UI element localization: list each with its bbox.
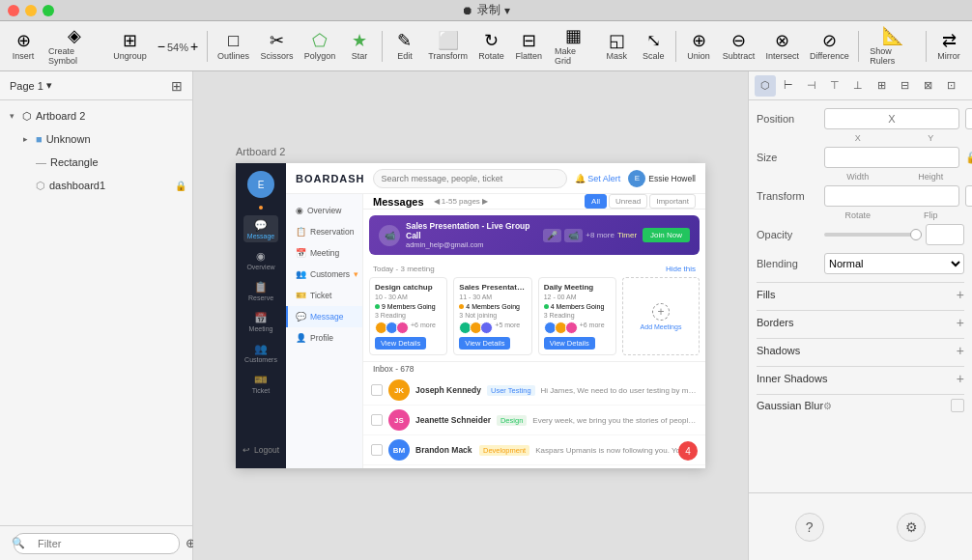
lock-size-icon[interactable]: 🔒 <box>965 151 972 164</box>
bs-nav-customers[interactable]: 👥 Customers <box>243 339 278 366</box>
filter-input[interactable] <box>14 533 180 554</box>
shadows-add-icon[interactable]: + <box>957 343 964 358</box>
toolbar-union[interactable]: ⊕ Union <box>681 29 716 64</box>
toolbar-mask[interactable]: ◱ Mask <box>599 29 634 64</box>
bs-logout[interactable]: ↩ Logout <box>236 439 287 461</box>
bs-nav-ticket[interactable]: 🎫 Ticket <box>243 370 278 397</box>
page-title[interactable]: Page 1 ▾ <box>10 79 52 92</box>
toolbar-edit[interactable]: ✎ Edit <box>387 29 422 64</box>
bs-hide-label[interactable]: Hide this <box>666 265 696 273</box>
toolbar-mirror[interactable]: ⇄ Mirror <box>931 29 966 64</box>
y-input[interactable] <box>965 108 972 129</box>
bs-check-0[interactable] <box>371 384 383 396</box>
bs-nav-li-customers[interactable]: 👥Customers ▾ <box>286 264 362 285</box>
bs-nav-message[interactable]: 💬 Message <box>243 215 278 242</box>
close-button[interactable] <box>8 5 19 16</box>
bs-meeting-card-1[interactable]: Sales Presentation 11 - 30 AM 4 Members … <box>453 277 531 355</box>
toolbar-rotate[interactable]: ↻ Rotate <box>473 29 508 64</box>
rt-select-btn[interactable]: ⬡ <box>755 75 776 97</box>
toolbar-zoom[interactable]: − 54% + <box>153 37 202 56</box>
rt-align-left-btn[interactable]: ⊢ <box>778 75 799 97</box>
opacity-value[interactable] <box>926 224 964 245</box>
toolbar-outlines[interactable]: □ Outlines <box>213 29 253 64</box>
layer-item-artboard2[interactable]: ▾ ⬡ Artboard 2 <box>0 104 192 127</box>
toolbar-flatten[interactable]: ⊟ Flatten <box>511 29 547 64</box>
bs-view-btn-2[interactable]: View Details <box>544 337 595 350</box>
page-dropdown-icon[interactable]: ▾ <box>46 79 52 92</box>
inner-shadows-add-icon[interactable]: + <box>957 371 964 386</box>
flip-h-btn[interactable]: ⇔ <box>965 185 972 207</box>
toolbar-difference[interactable]: ⊘ Difference <box>806 29 854 64</box>
bs-inbox-item-0[interactable]: JK Joseph Kennedy User Testing Hi James,… <box>363 376 705 406</box>
bs-view-btn-0[interactable]: View Details <box>375 337 426 350</box>
bs-check-2[interactable] <box>371 444 383 456</box>
canvas[interactable]: Artboard 2 E 💬 Message ◉ Overvie <box>193 71 748 560</box>
toolbar-make-grid[interactable]: ▦ Make Grid <box>549 24 597 69</box>
borders-add-icon[interactable]: + <box>957 315 964 330</box>
toolbar-ungroup[interactable]: ⊞ Ungroup <box>109 29 152 64</box>
gaussian-blur-settings-icon[interactable]: ⚙ <box>823 401 832 411</box>
layer-item-dashboard1[interactable]: ▸ ⬡ dashboard1 🔒 <box>0 174 192 197</box>
bs-tab-unread[interactable]: Unread <box>609 194 647 209</box>
rt-align-bottom-btn[interactable]: ⊠ <box>917 75 938 97</box>
fills-section[interactable]: Fills + <box>757 282 964 306</box>
bs-alert-btn[interactable]: 🔔 Set Alert <box>575 174 621 183</box>
artboard[interactable]: E 💬 Message ◉ Overview 📋 Reserve <box>236 163 705 468</box>
help-btn[interactable]: ? <box>795 513 824 542</box>
bs-fab-button[interactable]: 4 <box>678 441 698 461</box>
bs-join-btn[interactable]: Join Now <box>643 228 690 242</box>
gaussian-blur-section[interactable]: Gaussian Blur ⚙ <box>757 394 964 416</box>
rt-distribute-v-btn[interactable]: ⊡ <box>940 75 961 97</box>
bs-inbox-item-2[interactable]: BM Brandon Mack Development Kaspars Upma… <box>363 435 705 465</box>
bs-inbox-item-3[interactable]: FM Frank Malone Meeting with Jack Hi Jam… <box>363 465 705 468</box>
fullscreen-button[interactable] <box>43 5 54 16</box>
bs-check-1[interactable] <box>371 414 383 426</box>
blending-select[interactable]: Normal Multiply Screen Overlay <box>824 253 964 274</box>
add-page-icon[interactable]: ⊞ <box>171 78 183 94</box>
bs-tab-all[interactable]: All <box>585 194 607 209</box>
bs-nav-li-ticket[interactable]: 🎫Ticket <box>286 285 362 306</box>
toolbar-create-symbol[interactable]: ◈ Create Symbol <box>43 24 107 69</box>
bs-nav-meeting[interactable]: 📅 Meeting <box>243 308 278 335</box>
bs-search-input[interactable] <box>373 169 567 188</box>
settings-btn[interactable]: ⚙ <box>897 513 926 542</box>
layer-item-unknown[interactable]: ▸ ■ Unknown <box>0 127 192 151</box>
bs-tab-important[interactable]: Important <box>649 194 696 209</box>
bs-inbox-item-1[interactable]: JS Jeanette Schneider Design Every week,… <box>363 406 705 435</box>
rt-align-center-h-btn[interactable]: ⊣ <box>801 75 822 97</box>
toolbar-show-rulers[interactable]: 📐 Show Rulers <box>864 24 921 69</box>
toolbar-polygon[interactable]: ⬠ Polygon <box>300 29 340 64</box>
toolbar-insert[interactable]: ⊕ Insert <box>6 29 41 64</box>
inner-shadows-section[interactable]: Inner Shadows + <box>757 366 964 390</box>
rt-align-middle-btn[interactable]: ⊟ <box>894 75 915 97</box>
minimize-button[interactable] <box>25 5 37 16</box>
bs-meeting-card-0[interactable]: Design catchup 10 - 30 AM 9 Members Goin… <box>369 277 447 355</box>
toolbar-scale[interactable]: ⤡ Scale <box>636 29 671 64</box>
bs-nav-li-message[interactable]: 💬Message <box>286 306 362 327</box>
bs-nav-li-reservation[interactable]: 📋Reservation <box>286 221 362 242</box>
bs-view-btn-1[interactable]: View Details <box>459 337 510 350</box>
bs-nav-li-overview[interactable]: ◉Overview <box>286 200 362 221</box>
borders-section[interactable]: Borders + <box>757 310 964 334</box>
gaussian-blur-checkbox[interactable] <box>951 399 964 412</box>
toolbar-scissors[interactable]: ✂ Scissors <box>256 29 298 64</box>
rt-align-right-btn[interactable]: ⊤ <box>824 75 845 97</box>
rt-align-top-btn[interactable]: ⊞ <box>871 75 892 97</box>
bs-nav-reservation[interactable]: 📋 Reserve <box>243 277 278 304</box>
bs-nav-li-meeting[interactable]: 📅Meeting <box>286 242 362 264</box>
toolbar-intersect[interactable]: ⊗ Intersect <box>761 29 804 64</box>
opacity-thumb[interactable] <box>910 229 922 240</box>
shadows-section[interactable]: Shadows + <box>757 338 964 362</box>
opacity-slider[interactable] <box>824 233 920 237</box>
bs-meeting-card-2[interactable]: Daily Meeting 12 - 00 AM 4 Members Going… <box>538 277 616 355</box>
toolbar-transform[interactable]: ⬜ Transform <box>424 29 472 64</box>
bs-add-meeting[interactable]: + Add Meetings <box>622 277 700 355</box>
dropdown-icon[interactable]: ▾ <box>504 4 510 17</box>
toolbar-subtract[interactable]: ⊖ Subtract <box>718 29 759 64</box>
layer-item-rectangle[interactable]: ▸ — Rectangle <box>0 151 192 174</box>
toolbar-star[interactable]: ★ Star <box>342 29 377 64</box>
rt-distribute-h-btn[interactable]: ⊥ <box>847 75 869 97</box>
bs-nav-overview[interactable]: ◉ Overview <box>243 246 278 273</box>
fills-add-icon[interactable]: + <box>957 287 964 302</box>
rotate-input[interactable] <box>824 185 959 207</box>
